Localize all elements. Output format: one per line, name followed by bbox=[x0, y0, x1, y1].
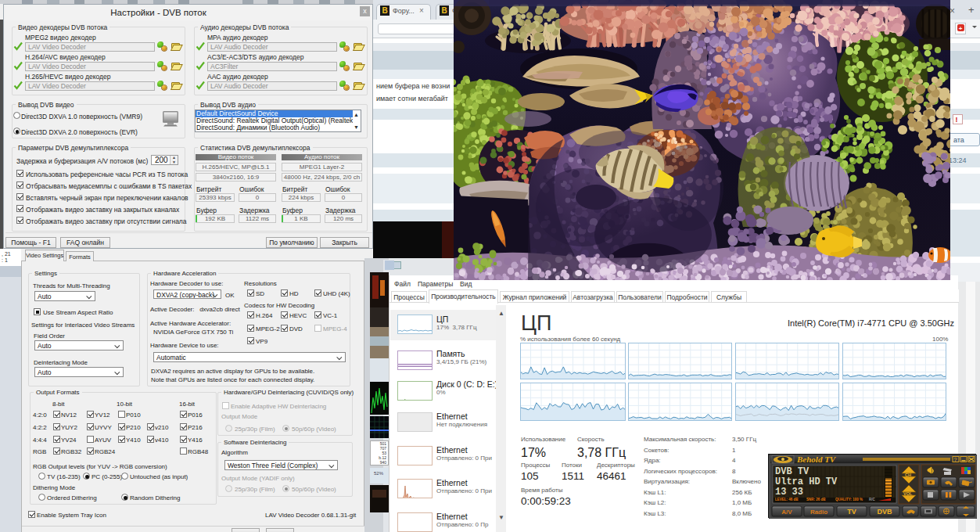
svg-text:?: ? bbox=[954, 457, 957, 462]
svg-text:A/V: A/V bbox=[781, 509, 792, 516]
svg-text:DVB: DVB bbox=[877, 508, 892, 516]
svg-text:Behold TV: Behold TV bbox=[796, 455, 837, 464]
svg-text:VOL: VOL bbox=[903, 491, 913, 496]
svg-text:Ultra HD TV: Ultra HD TV bbox=[775, 476, 838, 487]
svg-text:DVB TV: DVB TV bbox=[775, 466, 809, 477]
svg-text:Radio: Radio bbox=[810, 509, 827, 516]
svg-text:SNR: 26 dB: SNR: 26 dB bbox=[806, 498, 826, 501]
svg-text:R/C: R/C bbox=[869, 498, 876, 501]
svg-text:LEVEL: 46 dB: LEVEL: 46 dB bbox=[775, 498, 799, 501]
svg-text:13 33: 13 33 bbox=[775, 487, 803, 498]
svg-text:CH: CH bbox=[905, 473, 911, 477]
svg-text:TV: TV bbox=[847, 508, 856, 516]
svg-text:QUALITY: 100 %: QUALITY: 100 % bbox=[835, 498, 863, 501]
